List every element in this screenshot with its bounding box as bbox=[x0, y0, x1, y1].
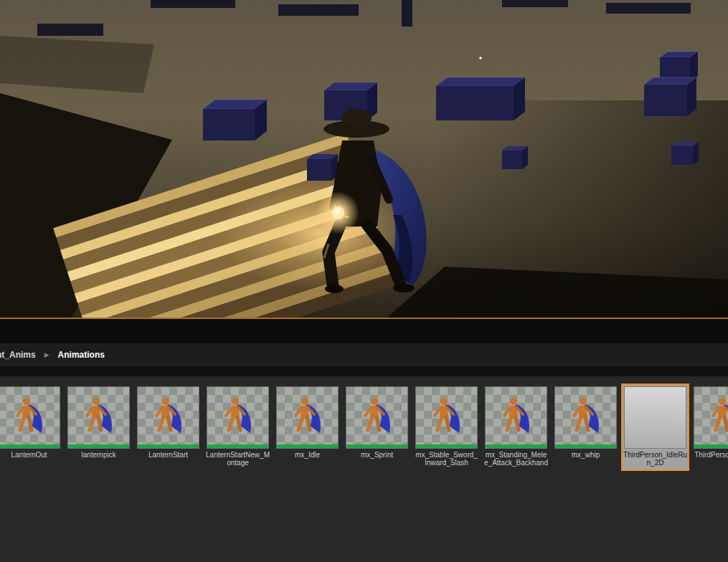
breadcrumb-folder-parent[interactable]: nt_Anims bbox=[0, 350, 36, 360]
asset-grid[interactable]: LanternOut bbox=[0, 376, 728, 562]
cube bbox=[436, 77, 525, 120]
asset-label: LanternStartNew_Montage bbox=[206, 451, 270, 467]
asset-tile[interactable]: mx_Standing_Melee_Attack_Backhand bbox=[483, 385, 549, 470]
asset-label: mx_Idle bbox=[275, 451, 339, 459]
mannequin-figure-icon bbox=[425, 394, 468, 442]
asset-thumbnail bbox=[485, 386, 547, 449]
asset-type-color-bar bbox=[486, 444, 547, 448]
asset-label: lanternpick bbox=[67, 451, 131, 459]
mannequin-figure-icon bbox=[146, 394, 189, 442]
asset-thumbnail bbox=[694, 386, 728, 449]
cube bbox=[502, 146, 528, 169]
asset-tile-row: LanternOut bbox=[0, 385, 728, 470]
asset-tile[interactable]: lanternpick bbox=[66, 385, 131, 462]
asset-thumbnail bbox=[624, 386, 686, 449]
level-viewport[interactable] bbox=[0, 0, 728, 318]
asset-type-color-bar bbox=[277, 444, 338, 448]
breadcrumb-arrow-icon: ▶ bbox=[44, 351, 49, 358]
asset-type-color-bar bbox=[346, 444, 407, 448]
asset-label: mx_Sprint bbox=[345, 451, 409, 459]
asset-label: ThirdPerson_Jump bbox=[693, 451, 728, 459]
mannequin-figure-icon bbox=[355, 394, 398, 442]
asset-thumbnail bbox=[207, 386, 269, 449]
asset-type-color-bar bbox=[416, 444, 477, 448]
asset-type-color-bar bbox=[138, 444, 199, 448]
asset-label: ThirdPerson_IdleRun_2D bbox=[623, 451, 687, 467]
shadow-band bbox=[0, 36, 154, 93]
cube bbox=[644, 77, 696, 116]
asset-tile[interactable]: ThirdPerson_IdleRun_2D bbox=[623, 385, 688, 470]
asset-thumbnail bbox=[0, 386, 60, 449]
mannequin-figure-icon bbox=[7, 394, 50, 442]
asset-type-color-bar bbox=[68, 444, 129, 448]
asset-thumbnail bbox=[554, 386, 617, 449]
viewport-center-dot bbox=[479, 57, 482, 59]
hat-crown bbox=[341, 109, 372, 128]
asset-tile[interactable]: ThirdPerson_Jump bbox=[692, 385, 728, 462]
cube bbox=[671, 142, 699, 165]
asset-thumbnail bbox=[415, 386, 478, 449]
asset-type-color-bar bbox=[694, 444, 728, 448]
mannequin-figure-icon bbox=[494, 394, 537, 442]
asset-label: mx_Stable_Sword_Inward_Slash bbox=[415, 451, 478, 467]
mannequin-figure-icon bbox=[216, 394, 259, 442]
content-browser-breadcrumb: nt_Anims ▶ Animations bbox=[0, 343, 728, 366]
viewport-scene bbox=[0, 0, 728, 318]
mannequin-figure-icon bbox=[564, 394, 607, 442]
asset-thumbnail bbox=[346, 386, 408, 449]
panel-gap bbox=[0, 319, 728, 343]
unreal-editor-window: nt_Anims ▶ Animations bbox=[0, 0, 728, 562]
asset-tile[interactable]: mx_Idle bbox=[275, 385, 340, 462]
asset-type-color-bar bbox=[0, 444, 60, 448]
breadcrumb-folder-current[interactable]: Animations bbox=[58, 350, 105, 360]
asset-tile[interactable]: mx_whip bbox=[553, 385, 618, 462]
asset-label: LanternStart bbox=[136, 451, 200, 459]
asset-thumbnail bbox=[137, 386, 199, 449]
asset-tile[interactable]: LanternStartNew_Montage bbox=[205, 385, 270, 470]
asset-label: mx_whip bbox=[554, 451, 618, 459]
asset-tile[interactable]: mx_Stable_Sword_Inward_Slash bbox=[414, 385, 479, 470]
cube bbox=[203, 100, 267, 140]
asset-tile[interactable]: mx_Sprint bbox=[344, 385, 410, 462]
content-browser-toolbar-strip bbox=[0, 366, 728, 376]
mannequin-figure-icon bbox=[285, 394, 328, 442]
asset-label: LanternOut bbox=[0, 451, 61, 459]
asset-type-color-bar bbox=[207, 444, 268, 448]
asset-thumbnail bbox=[276, 386, 339, 449]
asset-tile[interactable]: LanternStart bbox=[136, 385, 201, 462]
asset-label: mx_Standing_Melee_Attack_Backhand bbox=[484, 451, 548, 467]
asset-tile[interactable]: LanternOut bbox=[0, 385, 62, 462]
mannequin-figure-icon bbox=[703, 394, 728, 442]
asset-type-color-bar bbox=[555, 444, 616, 448]
lantern-highlight bbox=[334, 209, 340, 214]
mannequin-figure-icon bbox=[77, 394, 120, 442]
cube bbox=[307, 154, 338, 181]
asset-thumbnail bbox=[67, 386, 130, 449]
